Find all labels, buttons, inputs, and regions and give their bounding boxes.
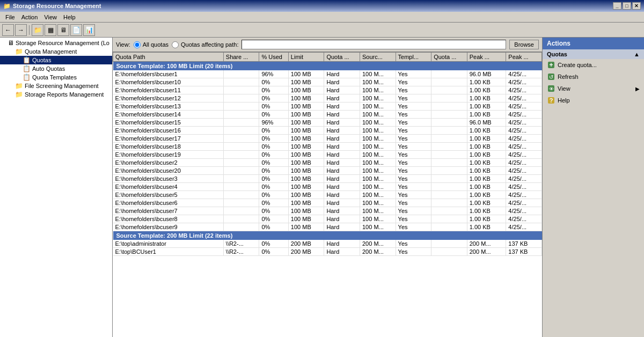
actions-section-quotas[interactable]: Quotas ▲ — [543, 49, 644, 59]
tree-item-quotas[interactable]: 📋 Quotas — [0, 56, 112, 64]
col-share[interactable]: Share ... — [223, 53, 259, 62]
table-cell: 0% — [259, 191, 288, 199]
action-refresh[interactable]: ↺ Refresh — [543, 71, 644, 83]
menu-bar: File Action View Help — [0, 12, 644, 23]
col-quota-type[interactable]: Quota ... — [324, 53, 360, 62]
doc-button[interactable]: 📄 — [70, 24, 82, 36]
folder-button[interactable]: 📁 — [32, 24, 43, 36]
minimize-button[interactable]: _ — [613, 2, 621, 10]
menu-file[interactable]: File — [2, 13, 18, 21]
table-cell: Hard — [324, 151, 360, 159]
view-button[interactable]: 🖥 — [57, 24, 69, 36]
menu-help[interactable]: Help — [60, 13, 79, 21]
table-cell: 0% — [259, 151, 288, 159]
col-limit[interactable]: Limit — [288, 53, 324, 62]
col-source[interactable]: Sourc... — [360, 53, 396, 62]
col-peak-date[interactable]: Peak ... — [506, 53, 542, 62]
table-row[interactable]: E:\homefolders\bcuser200%100 MBHard100 M… — [113, 167, 542, 175]
radio-affecting-path-input[interactable] — [172, 41, 179, 48]
table-cell: E:\top\BCUser1 — [113, 248, 224, 256]
radio-all-quotas-label[interactable]: All quotas — [143, 41, 169, 48]
tree-item-file-screening[interactable]: 📁 File Screening Management — [0, 82, 112, 90]
center-panel: View: All quotas Quotas affecting path: … — [113, 38, 542, 337]
back-button[interactable]: ← — [2, 24, 14, 36]
menu-view[interactable]: View — [41, 13, 60, 21]
browse-button[interactable]: Browse — [509, 40, 539, 49]
table-container: Quota Path Share ... % Used Limit Quota … — [113, 52, 542, 337]
table-row[interactable]: E:\homefolders\bcuser60%100 MBHard100 M.… — [113, 199, 542, 207]
table-cell: 100 MB — [288, 94, 324, 102]
action-help[interactable]: ? Help — [543, 94, 644, 106]
table-row[interactable]: E:\homefolders\bcuser196%100 MBHard100 M… — [113, 70, 542, 78]
action-view-label: View — [558, 85, 570, 92]
table-cell: 0% — [259, 102, 288, 111]
tree-label-quotas: Quotas — [32, 57, 51, 63]
table-row[interactable]: E:\homefolders\bcuser70%100 MBHard100 M.… — [113, 207, 542, 215]
table-cell: 4/25/... — [506, 86, 542, 94]
table-cell: Hard — [324, 167, 360, 175]
radio-all-quotas[interactable]: All quotas — [134, 41, 169, 48]
table-row[interactable]: E:\homefolders\bcuser100%100 MBHard100 M… — [113, 78, 542, 86]
table-row[interactable]: E:\homefolders\bcuser120%100 MBHard100 M… — [113, 94, 542, 102]
col-quota-path[interactable]: Quota Path — [113, 53, 224, 62]
tree-item-quota-management[interactable]: 📁 Quota Management — [0, 47, 112, 56]
table-row[interactable]: E:\homefolders\bcuser170%100 MBHard100 M… — [113, 135, 542, 143]
table-row[interactable]: E:\homefolders\bcuser110%100 MBHard100 M… — [113, 86, 542, 94]
col-quota-usage[interactable]: Quota ... — [431, 53, 467, 62]
table-row[interactable]: E:\homefolders\bcuser140%100 MBHard100 M… — [113, 111, 542, 119]
table-cell — [431, 191, 467, 199]
maximize-button[interactable]: □ — [623, 2, 631, 10]
report-button[interactable]: 📊 — [83, 24, 95, 36]
action-create-quota[interactable]: + Create quota... — [543, 59, 644, 71]
table-cell: Hard — [324, 86, 360, 94]
table-cell: E:\homefolders\bcuser12 — [113, 94, 224, 102]
tree-item-storage-reports[interactable]: 📁 Storage Reports Management — [0, 90, 112, 99]
table-row[interactable]: E:\homefolders\bcuser50%100 MBHard100 M.… — [113, 191, 542, 199]
col-pct-used[interactable]: % Used — [259, 53, 288, 62]
table-cell: Yes — [396, 127, 431, 135]
table-cell — [431, 175, 467, 183]
tree-item-root[interactable]: 🖥 Storage Resource Management (Lo — [0, 39, 112, 47]
table-cell: E:\homefolders\bcuser8 — [113, 215, 224, 223]
tree-item-quota-templates[interactable]: 📋 Quota Templates — [0, 73, 112, 82]
table-row[interactable]: E:\top\BCUser1\\R2-...0%200 MBHard200 M.… — [113, 248, 542, 256]
close-button[interactable]: ✕ — [632, 2, 641, 10]
path-input[interactable] — [241, 40, 506, 49]
table-cell: 0% — [259, 135, 288, 143]
refresh-icon: ↺ — [547, 72, 555, 81]
col-template[interactable]: Templ... — [396, 53, 431, 62]
table-row[interactable]: E:\homefolders\bcuser1596%100 MBHard100 … — [113, 119, 542, 127]
table-row[interactable]: E:\top\administrator\\R2-...0%200 MBHard… — [113, 240, 542, 248]
table-cell — [431, 102, 467, 111]
table-cell: Hard — [324, 240, 360, 248]
group-header-row: Source Template: 100 MB Limit (20 items) — [113, 62, 542, 71]
table-row[interactable]: E:\homefolders\bcuser80%100 MBHard100 M.… — [113, 215, 542, 223]
table-row[interactable]: E:\homefolders\bcuser90%100 MBHard100 M.… — [113, 223, 542, 231]
radio-all-quotas-input[interactable] — [134, 41, 141, 48]
table-row[interactable]: E:\homefolders\bcuser190%100 MBHard100 M… — [113, 151, 542, 159]
table-cell — [223, 78, 259, 86]
tree-item-auto-quotas[interactable]: 📋 Auto Quotas — [0, 64, 112, 73]
table-cell: 100 M... — [360, 94, 396, 102]
menu-action[interactable]: Action — [18, 13, 41, 21]
list-button[interactable]: ▦ — [45, 24, 56, 36]
radio-affecting-path-label[interactable]: Quotas affecting path: — [181, 41, 238, 48]
forward-button[interactable]: → — [15, 24, 27, 36]
table-cell: Yes — [396, 111, 431, 119]
table-cell: 1.00 KB — [467, 151, 506, 159]
table-cell: E:\homefolders\bcuser16 — [113, 127, 224, 135]
table-cell — [431, 78, 467, 86]
table-row[interactable]: E:\homefolders\bcuser180%100 MBHard100 M… — [113, 143, 542, 151]
table-cell: Yes — [396, 102, 431, 111]
table-row[interactable]: E:\homefolders\bcuser160%100 MBHard100 M… — [113, 127, 542, 135]
table-row[interactable]: E:\homefolders\bcuser40%100 MBHard100 M.… — [113, 183, 542, 191]
radio-affecting-path[interactable]: Quotas affecting path: — [172, 41, 238, 48]
col-peak-usage[interactable]: Peak ... — [467, 53, 506, 62]
table-row[interactable]: E:\homefolders\bcuser30%100 MBHard100 M.… — [113, 175, 542, 183]
table-cell: 0% — [259, 199, 288, 207]
table-cell: 1.00 KB — [467, 86, 506, 94]
table-cell: 4/25/... — [506, 223, 542, 231]
table-row[interactable]: E:\homefolders\bcuser20%100 MBHard100 M.… — [113, 159, 542, 167]
table-row[interactable]: E:\homefolders\bcuser130%100 MBHard100 M… — [113, 102, 542, 111]
action-view[interactable]: 👁 View ▶ — [543, 83, 644, 94]
